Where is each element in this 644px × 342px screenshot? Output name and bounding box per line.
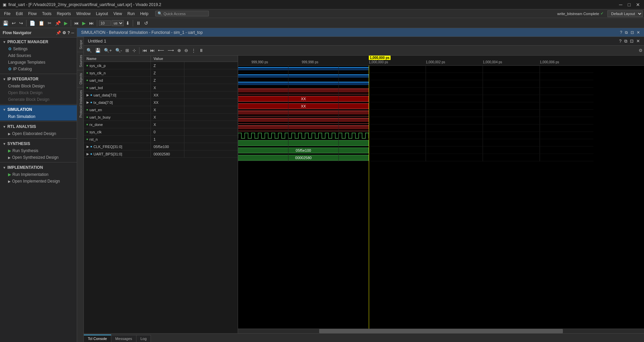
signal-row[interactable]: ▶■UART_BPS[31:0]00002580 [84, 150, 238, 158]
wf-next-edge-btn[interactable]: ⟶ [166, 47, 175, 54]
waveform-hscroll[interactable] [238, 329, 644, 333]
toolbar-save[interactable]: 💾 [1, 20, 10, 26]
flow-nav-close[interactable]: ─ [71, 30, 74, 35]
sim-float[interactable]: ⧉ [625, 30, 628, 35]
waveform-display[interactable]: 1,000,000 ps 999,990 ps 999,998 ps 1,000… [238, 56, 644, 333]
menu-view[interactable]: View [111, 11, 125, 17]
signal-row[interactable]: ■uart_rxdZ [84, 77, 238, 84]
wf-goto-end-btn[interactable]: ⏭ [149, 47, 156, 54]
quick-access-bar[interactable]: 🔍 Quick Access [155, 11, 209, 16]
close-button[interactable]: ✕ [635, 2, 641, 7]
nav-item-open-elaborated-design[interactable]: ▶ Open Elaborated Design [0, 130, 77, 137]
signal-row[interactable]: ▶■uart_data[7:0]XX [84, 91, 238, 99]
wf-settings-icon[interactable]: ⚙ [639, 48, 643, 53]
toolbar-step[interactable]: ⏮ [73, 20, 80, 26]
flow-nav-settings[interactable]: ⚙ [62, 30, 66, 35]
signal-row[interactable]: ■uart_txdX [84, 84, 238, 91]
nav-section-header-simulation[interactable]: ▼ SIMULATION [0, 106, 77, 113]
signal-row[interactable]: ■rst_n1 [84, 136, 238, 143]
nav-section-header-ip-integrator[interactable]: ▼ IP INTEGRATOR [0, 75, 77, 83]
toolbar-reset[interactable]: ↺ [143, 20, 150, 26]
expand-icon[interactable]: ▶ [86, 93, 89, 97]
nav-section-header-rtl[interactable]: ▼ RTL ANALYSIS [0, 123, 77, 130]
signal-row[interactable]: ■uart_tx_busyX [84, 114, 238, 121]
toolbar-pause[interactable]: ⏸ [135, 20, 142, 26]
menu-run[interactable]: Run [125, 11, 137, 17]
btab-messages[interactable]: Messages [111, 335, 136, 342]
maximize-button[interactable]: □ [627, 2, 632, 7]
nav-section-header-synthesis[interactable]: ▼ SYNTHESIS [0, 140, 77, 147]
vtab-sources[interactable]: Sources [77, 52, 83, 70]
waveform-close-icon[interactable]: ✕ [636, 39, 640, 44]
sim-help[interactable]: ? [620, 30, 622, 35]
signal-row[interactable]: ▶■CLK_FREQ[31:0]05f5e100 [84, 143, 238, 150]
wf-del-cursor-btn[interactable]: ⊖ [183, 47, 189, 54]
signal-row[interactable]: ■sys_clk_pZ [84, 62, 238, 69]
nav-item-add-sources[interactable]: Add Sources [0, 52, 77, 59]
sim-close[interactable]: ✕ [637, 30, 640, 35]
time-unit-select[interactable]: us ns ps [112, 20, 124, 26]
nav-item-create-block-design[interactable]: Create Block Design [0, 83, 77, 89]
waveform-help-icon[interactable]: ? [619, 39, 622, 44]
nav-item-ip-catalog[interactable]: ⚙ IP Catalog [0, 66, 77, 72]
toolbar-copy[interactable]: 📋 [37, 20, 46, 26]
wf-search-btn[interactable]: 🔍 [85, 47, 93, 54]
sim-expand[interactable]: ⊡ [631, 30, 634, 35]
toolbar-play[interactable]: ▶ [81, 20, 87, 26]
signal-row[interactable]: ■sys_clk_nZ [84, 69, 238, 77]
btab-log[interactable]: Log [136, 335, 151, 342]
wf-zoom-out-btn[interactable]: 🔍- [114, 47, 123, 54]
toolbar-redo[interactable]: ↪ [18, 20, 24, 26]
nav-item-generate-block-design[interactable]: Generate Block Design [0, 96, 77, 103]
waveform-float-icon[interactable]: ⧉ [624, 39, 627, 44]
wave-rows[interactable]: XXXX05f5e10000002580 [238, 66, 644, 329]
toolbar-cut[interactable]: ✂ [46, 20, 53, 26]
nav-item-run-synthesis[interactable]: ▶ Run Synthesis [0, 147, 77, 154]
waveform-expand-icon[interactable]: ⊡ [630, 39, 634, 44]
vtab-objects[interactable]: Objects [77, 70, 83, 87]
nav-item-open-block-design[interactable]: Open Block Design [0, 89, 77, 96]
flow-nav-pin[interactable]: 📌 [56, 30, 61, 35]
toolbar-paste[interactable]: 📌 [54, 20, 62, 26]
nav-item-run-simulation[interactable]: Run Simulation [0, 113, 77, 120]
wf-meas-btn[interactable]: ⋮ [190, 47, 197, 54]
vtab-protocol[interactable]: Protocol Instances [77, 87, 83, 120]
wf-add-cursor-btn[interactable]: ⊕ [176, 47, 182, 54]
menu-file[interactable]: File [1, 11, 13, 17]
nav-item-open-implemented-design[interactable]: ▶ Open Implemented Design [0, 178, 77, 185]
menu-help[interactable]: Help [137, 11, 151, 17]
expand-icon[interactable]: ▶ [86, 100, 89, 104]
title-bar-controls[interactable]: ─ □ ✕ [618, 2, 641, 7]
expand-icon[interactable]: ▶ [86, 145, 89, 148]
nav-item-settings[interactable]: ⚙ Settings [0, 46, 77, 52]
nav-item-run-implementation[interactable]: ▶ Run Implementation [0, 171, 77, 178]
signal-row[interactable]: ▶■tx_data[7:0]XX [84, 99, 238, 106]
waveform-title-controls[interactable]: ? ⧉ ⊡ ✕ [619, 39, 640, 44]
nav-item-language-templates[interactable]: Language Templates [0, 59, 77, 66]
wf-prev-edge-btn[interactable]: ⟵ [157, 47, 166, 54]
wf-zoom-in-btn[interactable]: 🔍+ [103, 47, 113, 54]
toolbar-run[interactable]: ▶ [63, 20, 69, 26]
time-input[interactable] [99, 20, 111, 26]
nav-section-header-impl[interactable]: ▼ IMPLEMENTATION [0, 164, 77, 171]
menu-reports[interactable]: Reports [54, 11, 73, 17]
menu-layout[interactable]: Layout [93, 11, 111, 17]
signal-row[interactable]: ■rx_doneX [84, 121, 238, 128]
sim-header-controls[interactable]: ? ⧉ ⊡ ✕ [620, 30, 640, 35]
toolbar-step-fwd[interactable]: ⏭ [88, 20, 95, 26]
menu-edit[interactable]: Edit [13, 11, 25, 17]
flow-nav-help[interactable]: ? [67, 30, 70, 35]
wf-lock-btn[interactable]: ⏸ [198, 47, 205, 54]
toolbar-undo[interactable]: ↩ [10, 20, 17, 26]
wf-save-btn[interactable]: 💾 [94, 47, 102, 54]
nav-item-open-synthesized-design[interactable]: ▶ Open Synthesized Design [0, 154, 77, 161]
minimize-button[interactable]: ─ [618, 2, 624, 7]
menu-tools[interactable]: Tools [39, 11, 54, 17]
toolbar-compile[interactable]: 📄 [28, 20, 37, 26]
wf-cursor-btn[interactable]: ⊹ [131, 47, 137, 54]
waveform-hscroll-thumb[interactable] [319, 329, 563, 333]
nav-section-header-project-manager[interactable]: ▼ PROJECT MANAGER [0, 38, 77, 46]
wf-fit-btn[interactable]: ⊞ [124, 47, 130, 54]
toolbar-time-apply[interactable]: ⬇ [124, 20, 131, 26]
expand-icon[interactable]: ▶ [86, 152, 89, 156]
